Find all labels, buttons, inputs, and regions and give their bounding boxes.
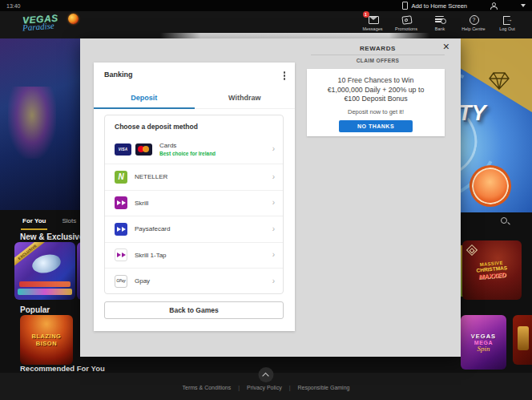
section-title-new-exclusive: New & Exclusive <box>20 232 83 241</box>
tab-deposit[interactable]: Deposit <box>94 87 195 108</box>
phone-icon <box>402 2 408 10</box>
app-header: VEGAS Paradise 1 Messages Promotions Ban… <box>0 11 532 38</box>
chevron-right-icon <box>272 277 275 285</box>
game-tile-vegas-mega-spin[interactable]: VEGAS MEGA Spin <box>461 315 506 370</box>
brand-logo[interactable]: VEGAS Paradise <box>22 13 80 45</box>
status-bar: 13:40 Add to Home Screen <box>0 0 532 11</box>
back-to-games-button[interactable]: Back to Games <box>104 301 284 319</box>
deposit-methods-box: Choose a deposit method VISA Cards Best … <box>104 115 284 294</box>
banking-modal: Banking Deposit Withdraw Choose a deposi… <box>80 38 461 357</box>
mastercard-icon <box>135 143 152 156</box>
diamond-icon <box>489 72 510 90</box>
chevron-right-icon <box>272 173 275 181</box>
banner-top-highlight <box>160 33 429 38</box>
kebab-menu-icon[interactable] <box>284 71 286 74</box>
gpay-icon: GPay <box>115 275 127 288</box>
casino-app-screen: 13:40 Add to Home Screen VEGAS Paradise … <box>0 0 532 400</box>
link-responsible-gaming[interactable]: Responsible Gaming <box>282 385 350 390</box>
banner-headline-fragment: TY <box>458 101 486 126</box>
user-icon[interactable] <box>490 2 497 9</box>
no-thanks-button[interactable]: NO THANKS <box>339 120 413 132</box>
neteller-icon <box>115 171 127 184</box>
footer-links: Terms & Conditions Privacy Policy Respon… <box>0 385 532 390</box>
nav-item-log-out[interactable]: Log Out <box>490 14 524 31</box>
skrill-icon <box>115 196 127 209</box>
header-nav: 1 Messages Promotions Bank Help Centre L… <box>356 14 524 31</box>
section-title-popular: Popular <box>20 305 50 314</box>
sun-icon <box>68 14 79 24</box>
rewards-panel: REWARDS CLAIM OFFERS 10 Free Chances to … <box>295 38 461 357</box>
diamond-badge-icon <box>466 244 478 256</box>
scroll-to-top-button[interactable] <box>259 367 274 382</box>
rewards-title: REWARDS <box>295 45 461 52</box>
paysafecard-icon <box>115 223 127 236</box>
hero-game-art-left <box>0 38 80 210</box>
game-tile-partial-red[interactable] <box>513 315 532 365</box>
banking-tabs: Deposit Withdraw <box>94 87 295 109</box>
rewards-divider <box>311 55 445 55</box>
offer-subtext: Deposit now to get it! <box>307 108 445 115</box>
status-bar-actions: Add to Home Screen <box>402 2 526 10</box>
best-choice-badge: Best choice for Ireland <box>159 151 216 156</box>
tab-withdraw[interactable]: Withdraw <box>195 87 296 108</box>
banking-card: Banking Deposit Withdraw Choose a deposi… <box>94 63 295 331</box>
link-terms[interactable]: Terms & Conditions <box>183 385 232 390</box>
chevron-right-icon <box>272 145 275 153</box>
game-tile-massive-christmas[interactable]: MASSIVE CHRISTMAS MAXXED <box>462 240 522 300</box>
search-icon[interactable] <box>500 216 510 226</box>
logout-icon <box>502 14 513 24</box>
add-to-home-button[interactable]: Add to Home Screen <box>411 2 467 10</box>
bank-icon <box>435 14 445 24</box>
deposit-method-cards[interactable]: VISA Cards Best choice for Ireland <box>105 135 283 164</box>
help-icon <box>469 14 479 24</box>
offer-card: 10 Free Chances to Win €1,000,000 Daily … <box>307 69 445 136</box>
nav-item-bank[interactable]: Bank <box>423 14 457 31</box>
chevron-right-icon <box>272 225 275 233</box>
nav-item-messages[interactable]: 1 Messages <box>356 14 389 31</box>
skrill-1tap-icon <box>115 248 127 261</box>
tab-for-you[interactable]: For You <box>22 217 46 224</box>
chevron-right-icon <box>272 199 275 207</box>
deposit-method-skrill-1tap[interactable]: Skrill 1-Tap <box>105 242 283 269</box>
nav-item-help-centre[interactable]: Help Centre <box>457 14 490 31</box>
deposit-method-neteller[interactable]: NETELLER <box>105 164 283 190</box>
chevron-right-icon <box>272 251 275 259</box>
messages-badge: 1 <box>363 11 369 18</box>
nav-item-promotions[interactable]: Promotions <box>389 14 423 31</box>
close-icon[interactable] <box>443 41 449 52</box>
tab-slots[interactable]: Slots <box>62 217 76 224</box>
deposit-method-paysafecard[interactable]: Paysafecard <box>105 216 283 242</box>
visa-icon: VISA <box>115 143 131 156</box>
clock: 13:40 <box>6 3 21 9</box>
promotions-icon <box>401 14 412 24</box>
app-footer: Terms & Conditions Privacy Policy Respon… <box>0 373 532 400</box>
chevron-down-icon[interactable] <box>521 4 526 7</box>
banking-title: Banking <box>104 71 133 79</box>
section-title-recommended: Recommended For You <box>20 364 105 373</box>
link-privacy[interactable]: Privacy Policy <box>231 385 281 390</box>
game-tile-exclusive[interactable]: EXCLUSIVE <box>14 242 75 300</box>
messages-icon: 1 <box>368 14 378 24</box>
choose-method-label: Choose a deposit method <box>105 115 283 135</box>
deposit-method-skrill[interactable]: Skrill <box>105 190 283 216</box>
claim-offers-tab[interactable]: CLAIM OFFERS <box>295 58 461 63</box>
game-tile-blazing-bison[interactable]: BLAZING BISON <box>20 315 73 365</box>
deposit-method-gpay[interactable]: GPay Gpay <box>105 268 283 294</box>
